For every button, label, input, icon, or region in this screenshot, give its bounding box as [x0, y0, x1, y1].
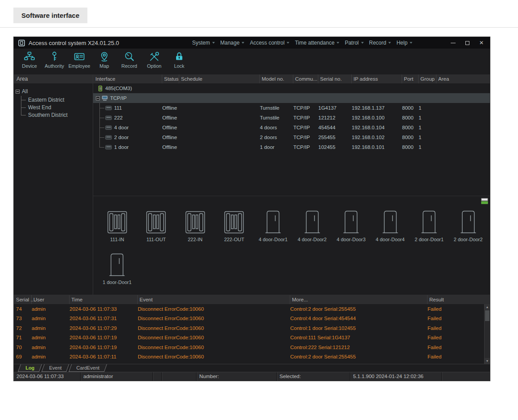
menu-item[interactable]: Manage [220, 40, 244, 46]
toolbar-employee-button[interactable]: Employee [67, 51, 91, 69]
door-label: 222-OUT [224, 237, 244, 242]
tree-node-district[interactable]: West End [19, 103, 93, 111]
device-hierarchy-icon [24, 51, 35, 62]
device-serial: 454544 [318, 125, 352, 130]
column-header[interactable]: Area [436, 74, 490, 83]
device-ip: 192.168.1.137 [352, 105, 402, 111]
door-item[interactable]: 1 door-Door1 [98, 251, 137, 293]
log-event: Disconnect ErrorCode:10060 [138, 335, 290, 340]
column-header[interactable]: Port [402, 74, 419, 83]
tree-node-district[interactable]: Eastern District [19, 96, 93, 103]
tree-node-district[interactable]: Southern District [19, 111, 93, 119]
device-group: 1 [419, 135, 436, 140]
door-item[interactable]: 222-OUT [215, 208, 254, 251]
log-serial: 70 [14, 345, 32, 350]
door-item[interactable]: 111-IN [98, 208, 137, 251]
log-time: 2024-03-06 11:07:19 [70, 345, 138, 350]
collapse-icon[interactable] [16, 90, 20, 94]
toolbar-lock-button[interactable]: Lock [167, 51, 191, 69]
device-row[interactable]: 2 door Offline 2 doors TCP/IP 255455 192… [93, 132, 490, 142]
device-port: 8000 [402, 144, 419, 150]
device-row[interactable]: TCP/IP [93, 93, 490, 103]
door-item[interactable]: 4 door-Door1 [254, 208, 293, 251]
column-header[interactable]: Time [70, 295, 138, 304]
device-status: Offline [162, 115, 179, 120]
scrollbar-thumb[interactable] [485, 310, 489, 321]
door-item[interactable]: 111-OUT [137, 208, 176, 251]
view-mode-icon[interactable] [481, 198, 488, 204]
device-row[interactable]: 485(COM3) [93, 83, 490, 93]
toolbar-map-button[interactable]: Map [92, 51, 116, 69]
column-header[interactable]: Model no. [260, 74, 293, 83]
door-item[interactable]: 4 door-Door4 [371, 208, 410, 251]
device-row[interactable]: 222 Offline Turnstile TCP/IP 121212 192.… [93, 113, 490, 123]
device-row[interactable]: 1 door Offline 1 door TCP/IP 102455 192.… [93, 142, 490, 152]
door-item[interactable]: 222-IN [176, 208, 215, 251]
door-label: 4 door-Door2 [298, 237, 327, 242]
column-header[interactable]: User [32, 295, 70, 304]
close-button[interactable]: ✕ [479, 40, 484, 45]
column-header[interactable]: Status [162, 74, 179, 83]
device-model: Turnstile [260, 105, 293, 111]
device-model: Turnstile [260, 115, 293, 120]
log-rows: 74 admin 2024-03-06 11:07:33 Disconnect … [14, 304, 490, 364]
menu-item[interactable]: Access control [250, 40, 289, 46]
log-row[interactable]: 74 admin 2024-03-06 11:07:33 Disconnect … [14, 304, 490, 314]
device-serial: 255455 [318, 135, 352, 140]
device-name: TCP/IP [110, 95, 127, 101]
column-header[interactable]: IP address [352, 74, 402, 83]
log-row[interactable]: 71 admin 2024-03-06 11:07:19 Disconnect … [14, 333, 490, 343]
toolbar-authority-button[interactable]: Authority [42, 51, 66, 69]
menu-item[interactable]: Patrol [345, 40, 363, 46]
column-header[interactable]: Interface [93, 74, 162, 83]
column-header[interactable]: Serial ... [14, 295, 32, 304]
toolbar-device-button[interactable]: Device [17, 51, 41, 69]
tab[interactable]: Log [18, 364, 42, 372]
minimize-button[interactable] [451, 43, 456, 43]
tab[interactable]: Event [41, 364, 69, 372]
tree-node-all[interactable]: All [16, 87, 93, 96]
door-item[interactable]: 2 door-Door1 [410, 208, 449, 251]
device-row[interactable]: 111 Offline Turnstile TCP/IP 1G4137 192.… [93, 103, 490, 113]
area-tree: All Eastern District West End Southern D… [14, 83, 93, 119]
log-row[interactable]: 70 admin 2024-03-06 11:07:19 Disconnect … [14, 342, 490, 352]
divider [0, 27, 518, 28]
door-label: 222-IN [188, 237, 202, 242]
menu-item[interactable]: Help [396, 40, 412, 46]
door-item[interactable]: 4 door-Door3 [332, 208, 371, 251]
column-header[interactable]: Event [138, 295, 290, 304]
log-row[interactable]: 69 admin 2024-03-06 11:07:11 Disconnect … [14, 352, 490, 362]
menu-item[interactable]: Time attendance [295, 40, 339, 46]
device-row[interactable]: 4 door Offline 4 doors TCP/IP 454544 192… [93, 123, 490, 132]
column-header[interactable]: Group [419, 74, 436, 83]
log-rows-list: 74 admin 2024-03-06 11:07:33 Disconnect … [14, 304, 490, 362]
tab[interactable]: CardEvent [69, 364, 107, 372]
log-more: Control:111 Serial:1G4137 [290, 335, 428, 340]
scroll-down-icon[interactable]: ▼ [485, 358, 490, 364]
status-user: administrator [81, 372, 153, 381]
menu-item[interactable]: Record [369, 40, 391, 46]
door-item[interactable]: 4 door-Door2 [293, 208, 332, 251]
toolbar-option-button[interactable]: Option [142, 51, 166, 69]
device-port: 8000 [402, 135, 419, 140]
scroll-up-icon[interactable]: ▲ [485, 304, 490, 310]
menu-item[interactable]: System [192, 40, 215, 46]
device-comm: TCP/IP [293, 144, 318, 150]
column-header[interactable]: Result [428, 295, 490, 304]
chevron-down-icon [242, 42, 244, 44]
log-row[interactable]: 72 admin 2024-03-06 11:07:29 Disconnect … [14, 323, 490, 333]
door-label: 2 door-Door2 [454, 237, 483, 242]
collapse-icon[interactable] [96, 96, 100, 100]
column-header[interactable]: Serial no. [318, 74, 352, 83]
scrollbar[interactable]: ▲ ▼ [484, 304, 490, 364]
maximize-button[interactable] [465, 41, 469, 45]
controller-icon [105, 125, 112, 130]
toolbar-record-button[interactable]: Record [117, 51, 141, 69]
column-header[interactable]: Schedule [179, 74, 260, 83]
column-header[interactable]: Commu... [293, 74, 318, 83]
column-header[interactable]: More... [290, 295, 428, 304]
door-item[interactable]: 2 door-Door2 [449, 208, 488, 251]
log-panel: Serial ... User Time Event More... Resul… [14, 295, 490, 364]
log-row[interactable]: 73 admin 2024-03-06 11:07:31 Disconnect … [14, 314, 490, 324]
status-version: 5.1.1.900 2024-01-24 12:02:36 [350, 372, 442, 381]
